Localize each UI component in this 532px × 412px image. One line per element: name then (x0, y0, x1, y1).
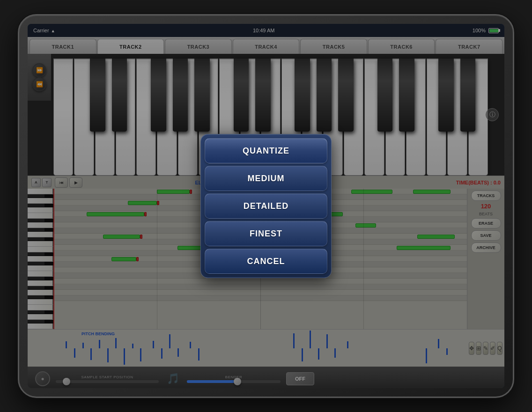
detailed-option-text: DETAILED (244, 201, 289, 211)
detailed-option-button[interactable]: DETAILED (205, 193, 327, 219)
quantize-title-text: QUANTIZE (243, 146, 289, 156)
modal-overlay: QUANTIZE MEDIUM DETAILED FINEST CANCEL (28, 24, 504, 388)
cancel-button[interactable]: CANCEL (205, 249, 327, 274)
medium-option-button[interactable]: MEDIUM (205, 166, 327, 191)
finest-option-button[interactable]: FINEST (205, 221, 327, 246)
quantize-modal: QUANTIZE MEDIUM DETAILED FINEST CANCEL (200, 134, 332, 278)
medium-option-text: MEDIUM (248, 174, 285, 184)
device-frame: Carrier 10:49 AM 100% TRACK1 TRACK2 TRAC… (18, 14, 514, 398)
quantize-title-button[interactable]: QUANTIZE (205, 138, 327, 163)
cancel-text: CANCEL (247, 257, 285, 266)
finest-option-text: FINEST (250, 229, 282, 239)
screen: Carrier 10:49 AM 100% TRACK1 TRACK2 TRAC… (28, 24, 504, 388)
